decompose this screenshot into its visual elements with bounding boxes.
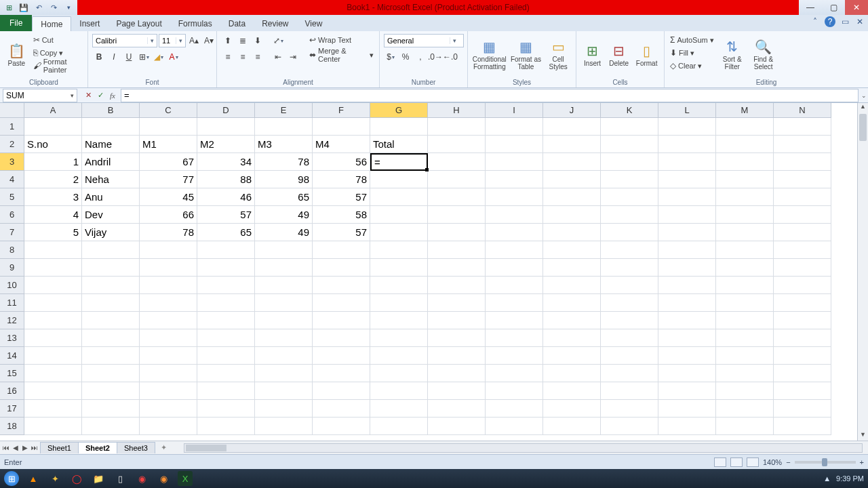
cell-H10[interactable] — [428, 277, 486, 294]
cell-B9[interactable] — [82, 259, 140, 277]
row-header-13[interactable]: 13 — [0, 329, 24, 347]
cell-E13[interactable] — [255, 329, 313, 347]
cell-C11[interactable] — [140, 294, 197, 312]
cell-H8[interactable] — [428, 241, 486, 259]
orientation-icon[interactable]: ⤢ — [271, 34, 285, 47]
cell-C1[interactable] — [140, 118, 197, 136]
cell-C14[interactable] — [140, 347, 197, 365]
cell-D1[interactable] — [197, 118, 255, 136]
cell-B11[interactable] — [82, 294, 140, 312]
cell-E9[interactable] — [255, 259, 313, 277]
cell-K1[interactable] — [601, 118, 658, 136]
align-center-icon[interactable]: ≡ — [236, 50, 250, 64]
cell-G2[interactable]: Total — [370, 136, 428, 153]
cell-D10[interactable] — [197, 277, 255, 294]
cell-F8[interactable] — [313, 241, 370, 259]
col-header-F[interactable]: F — [313, 103, 370, 118]
cell-D12[interactable] — [197, 312, 255, 329]
fill-color-button[interactable]: ◢ — [152, 50, 165, 64]
cell-N14[interactable] — [774, 347, 831, 365]
cell-I16[interactable] — [486, 382, 543, 400]
row-header-11[interactable]: 11 — [0, 294, 24, 312]
cell-I5[interactable] — [486, 188, 543, 206]
close-button[interactable]: ✕ — [845, 0, 868, 15]
cell-M13[interactable] — [716, 329, 774, 347]
cell-J8[interactable] — [543, 241, 601, 259]
align-middle-icon[interactable]: ≣ — [236, 34, 250, 47]
cell-C2[interactable]: M1 — [140, 136, 197, 153]
cell-J11[interactable] — [543, 294, 601, 312]
cell-G1[interactable] — [370, 118, 428, 136]
cell-H6[interactable] — [428, 206, 486, 224]
cell-A14[interactable] — [24, 347, 82, 365]
spreadsheet-grid[interactable]: ABCDEFGHIJKLMN 1234567891011121314151617… — [0, 103, 868, 441]
underline-button[interactable]: U — [122, 50, 136, 64]
cell-L10[interactable] — [658, 277, 716, 294]
cell-C18[interactable] — [140, 418, 197, 435]
col-header-B[interactable]: B — [82, 103, 140, 118]
cell-H14[interactable] — [428, 347, 486, 365]
cell-J12[interactable] — [543, 312, 601, 329]
sheet-prev-icon[interactable]: ◀ — [11, 444, 20, 451]
cell-G9[interactable] — [370, 259, 428, 277]
cell-M1[interactable] — [716, 118, 774, 136]
cell-H18[interactable] — [428, 418, 486, 435]
cell-G6[interactable] — [370, 206, 428, 224]
cell-L17[interactable] — [658, 400, 716, 418]
cell-M5[interactable] — [716, 188, 774, 206]
cell-E6[interactable]: 49 — [255, 206, 313, 224]
cell-C10[interactable] — [140, 277, 197, 294]
cell-N1[interactable] — [774, 118, 831, 136]
cell-H13[interactable] — [428, 329, 486, 347]
cell-J6[interactable] — [543, 206, 601, 224]
cell-D15[interactable] — [197, 365, 255, 382]
cell-A7[interactable]: 5 — [24, 224, 82, 241]
cell-D5[interactable]: 46 — [197, 188, 255, 206]
cell-C15[interactable] — [140, 365, 197, 382]
cell-D2[interactable]: M2 — [197, 136, 255, 153]
format-as-table-button[interactable]: ▦Format as Table — [510, 34, 542, 76]
col-header-G[interactable]: G — [370, 103, 428, 118]
decrease-decimal-icon[interactable]: ←.0 — [443, 50, 457, 64]
row-header-4[interactable]: 4 — [0, 171, 24, 188]
cell-G12[interactable] — [370, 312, 428, 329]
cell-K16[interactable] — [601, 382, 658, 400]
cell-N16[interactable] — [774, 382, 831, 400]
cell-K8[interactable] — [601, 241, 658, 259]
cell-M12[interactable] — [716, 312, 774, 329]
row-header-6[interactable]: 6 — [0, 206, 24, 224]
cell-I1[interactable] — [486, 118, 543, 136]
cell-C7[interactable]: 78 — [140, 224, 197, 241]
clear-button[interactable]: ◇Clear ▾ — [669, 60, 715, 72]
cell-C16[interactable] — [140, 382, 197, 400]
cell-J10[interactable] — [543, 277, 601, 294]
cell-L4[interactable] — [658, 171, 716, 188]
cell-F17[interactable] — [313, 400, 370, 418]
new-sheet-icon[interactable]: ✦ — [158, 443, 170, 452]
find-select-button[interactable]: 🔍Find & Select — [749, 34, 778, 76]
scroll-thumb[interactable] — [859, 114, 867, 141]
decrease-indent-icon[interactable]: ⇤ — [271, 50, 285, 64]
cell-I3[interactable] — [486, 153, 543, 171]
cell-F14[interactable] — [313, 347, 370, 365]
cell-A16[interactable] — [24, 382, 82, 400]
cell-N12[interactable] — [774, 312, 831, 329]
font-name-input[interactable] — [93, 37, 147, 45]
sort-filter-button[interactable]: ⇅Sort & Filter — [718, 34, 747, 76]
cell-A17[interactable] — [24, 400, 82, 418]
conditional-formatting-button[interactable]: ▦Conditional Formatting — [472, 34, 507, 76]
cell-L18[interactable] — [658, 418, 716, 435]
cell-M7[interactable] — [716, 224, 774, 241]
fill-button[interactable]: ⬇Fill ▾ — [669, 47, 715, 59]
cell-L11[interactable] — [658, 294, 716, 312]
cell-B15[interactable] — [82, 365, 140, 382]
cell-G13[interactable] — [370, 329, 428, 347]
cell-E16[interactable] — [255, 382, 313, 400]
scroll-thumb[interactable] — [186, 445, 226, 451]
window-restore-icon[interactable]: ▭ — [840, 16, 850, 27]
cell-M2[interactable] — [716, 136, 774, 153]
cell-F12[interactable] — [313, 312, 370, 329]
cell-H11[interactable] — [428, 294, 486, 312]
minimize-button[interactable]: — — [799, 0, 822, 15]
cell-L3[interactable] — [658, 153, 716, 171]
